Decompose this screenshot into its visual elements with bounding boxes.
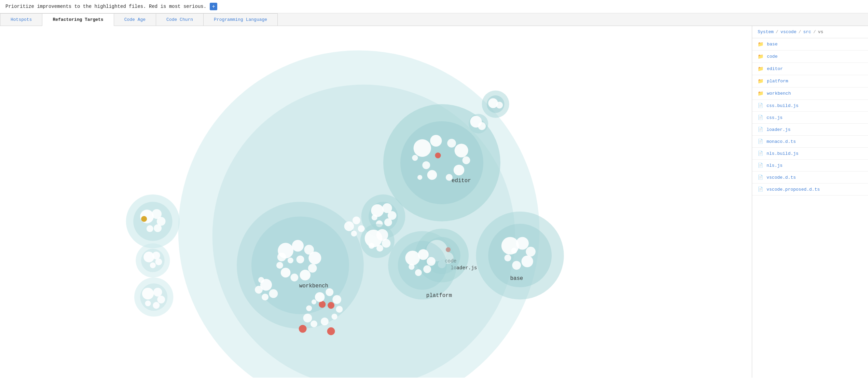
svg-text:workbench: workbench (299, 283, 328, 289)
main-content: editor base (0, 26, 868, 378)
svg-point-29 (511, 248, 517, 254)
list-item[interactable]: 📄 nls.js (752, 160, 868, 172)
svg-point-79 (262, 294, 268, 300)
svg-point-100 (153, 288, 162, 297)
file-name: nls.build.js (767, 151, 799, 156)
file-name: editor (767, 66, 783, 71)
tab-code-churn[interactable]: Code Churn (156, 13, 204, 26)
file-name: vscode.d.ts (767, 175, 796, 180)
svg-point-118 (344, 221, 354, 231)
list-item[interactable]: 📁 workbench (752, 87, 868, 100)
breadcrumb-system[interactable]: System (758, 29, 774, 35)
svg-point-88 (154, 224, 162, 232)
svg-point-5 (430, 135, 442, 147)
svg-point-81 (258, 277, 264, 283)
svg-point-67 (315, 292, 325, 302)
svg-point-44 (427, 257, 436, 266)
svg-point-8 (462, 157, 470, 164)
svg-point-94 (152, 252, 160, 259)
tabs-bar: Hotspots Refactoring Targets Code Age Co… (0, 13, 868, 26)
svg-point-3 (400, 121, 483, 204)
svg-point-71 (331, 314, 337, 320)
svg-point-4 (414, 139, 431, 157)
file-doc-icon: 📄 (758, 139, 763, 144)
file-name: base (767, 42, 777, 47)
breadcrumb-sep-2: / (798, 29, 801, 35)
svg-text:platform: platform (426, 293, 452, 299)
svg-point-120 (358, 225, 365, 232)
list-item[interactable]: 📁 code (752, 51, 868, 63)
svg-point-11 (427, 170, 437, 180)
file-name: workbench (767, 91, 791, 96)
svg-point-41 (398, 241, 447, 290)
svg-point-57 (290, 274, 298, 282)
list-item[interactable]: 📄 css.build.js (752, 100, 868, 112)
add-button[interactable]: + (210, 3, 217, 10)
folder-icon: 📁 (758, 41, 763, 47)
svg-point-109 (384, 218, 392, 226)
svg-point-42 (405, 251, 420, 265)
svg-point-61 (288, 257, 293, 263)
svg-point-64 (328, 302, 334, 309)
folder-icon: 📁 (758, 91, 763, 96)
file-doc-icon: 📄 (758, 127, 763, 132)
svg-point-45 (423, 265, 431, 273)
svg-point-102 (153, 302, 160, 309)
list-item[interactable]: 📄 css.js (752, 112, 868, 124)
file-doc-icon: 📄 (758, 115, 763, 120)
svg-point-116 (376, 245, 383, 252)
svg-point-72 (321, 317, 329, 325)
svg-point-58 (281, 268, 291, 278)
breadcrumb-src[interactable]: src (803, 29, 811, 35)
list-item[interactable]: 📄 loader.js (752, 124, 868, 136)
tab-hotspots[interactable]: Hotspots (0, 13, 42, 26)
folder-icon: 📁 (758, 66, 763, 72)
tab-code-age[interactable]: Code Age (114, 13, 156, 26)
svg-point-121 (351, 231, 357, 236)
svg-point-6 (447, 139, 456, 148)
svg-point-15 (435, 152, 441, 158)
breadcrumb: System / vscode / src / vs (752, 26, 868, 38)
svg-point-46 (415, 269, 422, 276)
file-list: 📁 base 📁 code 📁 editor 📁 platform 📁 work… (752, 38, 868, 195)
svg-point-76 (312, 299, 316, 304)
svg-point-26 (521, 256, 533, 267)
svg-point-63 (319, 301, 326, 308)
svg-point-7 (455, 144, 468, 157)
breadcrumb-vscode[interactable]: vscode (781, 29, 797, 35)
svg-point-60 (277, 253, 286, 261)
svg-point-59 (276, 262, 283, 269)
svg-point-80 (255, 286, 263, 294)
file-doc-icon: 📄 (758, 163, 763, 168)
file-name: monaco.d.ts (767, 139, 796, 144)
file-name: loader.js (767, 127, 790, 132)
file-doc-icon: 📄 (758, 187, 763, 192)
file-name: css.build.js (767, 103, 799, 108)
list-item[interactable]: 📁 base (752, 38, 868, 51)
file-doc-icon: 📄 (758, 175, 763, 180)
file-name: nls.js (767, 163, 783, 168)
svg-point-96 (150, 262, 156, 268)
svg-point-74 (303, 314, 312, 323)
sidebar: System / vscode / src / vs 📁 base 📁 code… (752, 26, 868, 378)
svg-point-66 (327, 327, 335, 335)
tab-refactoring[interactable]: Refactoring Targets (42, 13, 114, 26)
svg-point-12 (422, 161, 430, 169)
file-name: code (767, 54, 777, 59)
svg-point-13 (412, 155, 418, 161)
list-item[interactable]: 📄 vscode.d.ts (752, 172, 868, 184)
svg-text:base: base (510, 275, 523, 282)
top-message: Prioritize improvements to the highlight… (5, 4, 206, 9)
tab-programming-language[interactable]: Programming Language (203, 13, 278, 26)
list-item[interactable]: 📄 monaco.d.ts (752, 136, 868, 148)
viz-area[interactable]: editor base (0, 26, 752, 378)
list-item[interactable]: 📁 platform (752, 75, 868, 87)
list-item[interactable]: 📁 editor (752, 63, 868, 75)
list-item[interactable]: 📄 nls.build.js (752, 148, 868, 160)
file-doc-icon: 📄 (758, 103, 763, 108)
svg-point-73 (311, 321, 317, 327)
svg-point-69 (332, 295, 341, 304)
svg-point-28 (504, 255, 511, 261)
svg-point-85 (140, 209, 154, 223)
list-item[interactable]: 📄 vscode.proposed.d.ts (752, 184, 868, 195)
